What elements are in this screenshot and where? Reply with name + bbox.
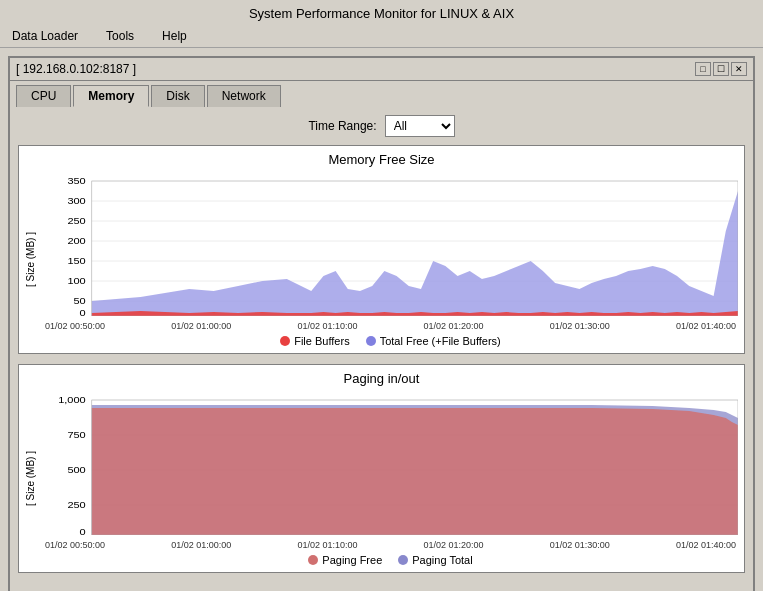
memory-free-svg: 350 300 250 200 150 100 50 0 — [43, 171, 738, 316]
paging-legend: Paging Free Paging Total — [43, 554, 738, 566]
svg-text:150: 150 — [67, 256, 86, 266]
window-titlebar: [ 192.168.0.102:8187 ] □ ☐ ✕ — [10, 58, 753, 81]
legend-paging-free: Paging Free — [308, 554, 382, 566]
legend-paging-total: Paging Total — [398, 554, 472, 566]
legend-total-free-dot — [366, 336, 376, 346]
menu-help[interactable]: Help — [158, 27, 191, 45]
legend-file-buffers-dot — [280, 336, 290, 346]
svg-text:300: 300 — [67, 196, 86, 206]
svg-marker-15 — [92, 191, 738, 316]
memory-free-legend: File Buffers Total Free (+File Buffers) — [43, 335, 738, 347]
svg-text:250: 250 — [67, 500, 86, 510]
app-title: System Performance Monitor for LINUX & A… — [0, 0, 763, 25]
tab-network[interactable]: Network — [207, 85, 281, 107]
menu-data-loader[interactable]: Data Loader — [8, 27, 82, 45]
tab-bar: CPU Memory Disk Network — [10, 81, 753, 107]
restore-button[interactable]: □ — [695, 62, 711, 76]
svg-marker-28 — [92, 408, 738, 535]
svg-text:200: 200 — [67, 236, 86, 246]
memory-free-x-labels: 01/02 00:50:00 01/02 01:00:00 01/02 01:1… — [43, 321, 738, 331]
content-area: Time Range: All Last 1h Last 6h Last 24h… — [10, 107, 753, 591]
svg-text:100: 100 — [67, 276, 86, 286]
paging-title: Paging in/out — [25, 371, 738, 386]
memory-free-y-label: [ Size (MB) ] — [25, 171, 43, 347]
svg-text:1,000: 1,000 — [58, 395, 86, 405]
svg-text:500: 500 — [67, 465, 86, 475]
legend-paging-free-dot — [308, 555, 318, 565]
window-address: [ 192.168.0.102:8187 ] — [16, 62, 136, 76]
memory-free-chart-area: [ Size (MB) ] 350 — [25, 171, 738, 347]
svg-text:350: 350 — [67, 176, 86, 186]
legend-total-free: Total Free (+File Buffers) — [366, 335, 501, 347]
paging-chart-inner: 1,000 750 500 250 0 — [43, 390, 738, 566]
paging-chart-area: [ Size (MB) ] 1,000 750 500 — [25, 390, 738, 566]
paging-y-label: [ Size (MB) ] — [25, 390, 43, 566]
memory-free-svg-wrap: 350 300 250 200 150 100 50 0 — [43, 171, 738, 319]
paging-svg: 1,000 750 500 250 0 — [43, 390, 738, 535]
paging-chart: Paging in/out [ Size (MB) ] 1,000 — [18, 364, 745, 573]
maximize-button[interactable]: ☐ — [713, 62, 729, 76]
time-range-select[interactable]: All Last 1h Last 6h Last 24h — [385, 115, 455, 137]
svg-text:0: 0 — [80, 308, 87, 316]
window-controls: □ ☐ ✕ — [695, 62, 747, 76]
menu-bar: Data Loader Tools Help — [0, 25, 763, 48]
legend-total-free-label: Total Free (+File Buffers) — [380, 335, 501, 347]
close-button[interactable]: ✕ — [731, 62, 747, 76]
tab-cpu[interactable]: CPU — [16, 85, 71, 107]
time-range-label: Time Range: — [308, 119, 376, 133]
time-range-row: Time Range: All Last 1h Last 6h Last 24h — [18, 115, 745, 137]
legend-paging-total-dot — [398, 555, 408, 565]
legend-paging-free-label: Paging Free — [322, 554, 382, 566]
svg-text:750: 750 — [67, 430, 86, 440]
legend-paging-total-label: Paging Total — [412, 554, 472, 566]
main-window: [ 192.168.0.102:8187 ] □ ☐ ✕ CPU Memory … — [8, 56, 755, 591]
paging-svg-wrap: 1,000 750 500 250 0 — [43, 390, 738, 538]
svg-text:50: 50 — [73, 296, 86, 306]
memory-free-chart: Memory Free Size [ Size (MB) ] — [18, 145, 745, 354]
svg-text:0: 0 — [80, 527, 87, 535]
legend-file-buffers-label: File Buffers — [294, 335, 349, 347]
svg-text:250: 250 — [67, 216, 86, 226]
memory-free-chart-inner: 350 300 250 200 150 100 50 0 — [43, 171, 738, 347]
legend-file-buffers: File Buffers — [280, 335, 349, 347]
app-title-text: System Performance Monitor for LINUX & A… — [249, 6, 514, 21]
tab-disk[interactable]: Disk — [151, 85, 204, 107]
paging-x-labels: 01/02 00:50:00 01/02 01:00:00 01/02 01:1… — [43, 540, 738, 550]
tab-memory[interactable]: Memory — [73, 85, 149, 107]
menu-tools[interactable]: Tools — [102, 27, 138, 45]
memory-free-title: Memory Free Size — [25, 152, 738, 167]
